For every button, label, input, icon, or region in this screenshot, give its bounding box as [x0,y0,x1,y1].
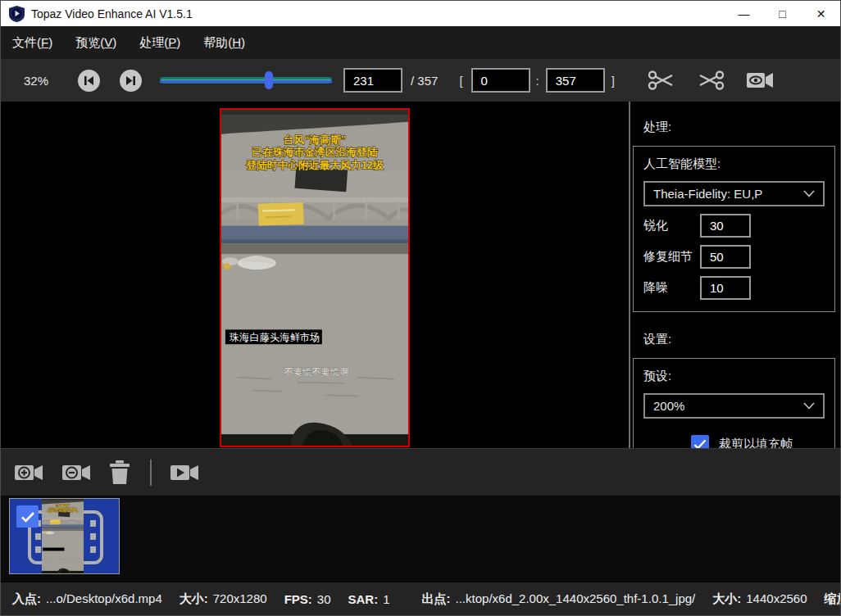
sharpen-row: 锐化 30 [643,214,825,238]
preset-group: 预设: 200% 裁剪以填充帧 [633,358,835,448]
trim-separator: : [536,74,539,88]
menu-help[interactable]: 帮助(H) [203,32,252,54]
trim-start-input[interactable]: 0 [471,68,530,93]
skip-to-end-icon [125,75,136,86]
window-title: Topaz Video Enhance AI V1.5.1 [31,7,193,20]
remove-clip-button[interactable] [61,462,91,483]
overlay-title-line2: 已在珠海市金湾区沿海登陆 [252,146,377,158]
process-header: 处理: [643,120,840,135]
checkmark-icon [20,511,35,523]
status-input-file: 入点: ...o/Desktop/x6d.mp4 [12,591,162,607]
ai-model-group: 人工智能模型: Theia-Fidelity: EU,P 锐化 30 修复细节 … [633,146,835,312]
minimize-button[interactable]: — [725,1,763,26]
trim-button[interactable] [697,68,725,93]
skip-to-start-icon [84,75,94,86]
ai-model-label: 人工智能模型: [643,156,825,172]
close-button[interactable]: ✕ [802,1,840,26]
ai-model-value: Theia-Fidelity: EU,P [653,187,762,201]
sharpen-input[interactable]: 30 [700,214,751,238]
clip-thumbnail-tile[interactable]: 台风“海高斯” 已在珠海市金湾区沿海登陆 登陆时中心附近最大风力12级 [9,498,120,574]
menu-file[interactable]: 文件(F) [12,32,59,54]
app-window: Topaz Video Enhance AI V1.5.1 — □ ✕ 文件(F… [0,0,841,616]
thumbnail-strip: 台风“海高斯” 已在珠海市金湾区沿海登陆 登陆时中心附近最大风力12级 [1,496,840,582]
current-frame-input[interactable]: 231 [343,68,402,93]
crop-to-fill-checkbox[interactable] [691,435,709,448]
camera-minus-icon [61,462,91,483]
slider-progress [160,80,332,83]
maximize-button[interactable]: □ [763,1,802,26]
denoise-row: 降噪 10 [643,276,825,300]
overlay-title-line1: 台风“海高斯” [284,134,347,146]
restore-detail-row: 修复细节 50 [643,245,825,269]
add-clip-button[interactable] [14,462,43,483]
status-bar: 入点: ...o/Desktop/x6d.mp4 大小: 720x1280 FP… [1,582,840,615]
window-controls: — □ ✕ [725,1,840,26]
camera-plus-icon [14,462,43,483]
clipbar-divider [150,460,152,486]
clip-selected-checkbox[interactable] [16,505,39,528]
preview-canvas: 台风“海高斯” 已在珠海市金湾区沿海登陆 登陆时中心附近最大风力12级 珠海白藤… [1,102,629,448]
preview-button[interactable] [746,70,774,90]
svg-text:登陆时中心附近最大风力12级: 登陆时中心附近最大风力12级 [47,510,78,513]
menu-preview[interactable]: 预览(V) [75,32,123,54]
trim-open-bracket: [ [459,74,462,88]
menu-process[interactable]: 处理(P) [139,32,187,54]
cut-button[interactable] [648,68,675,93]
total-frames-label: / 357 [411,74,438,88]
preset-value: 200% [653,399,684,413]
restore-detail-input[interactable]: 50 [700,245,751,269]
status-output-file: 出点: ...ktop/x6d_2.00x_1440x2560_thf-1.0.… [422,591,696,607]
process-clip-button[interactable] [170,462,199,483]
ai-model-select[interactable]: Theia-Fidelity: EU,P [643,181,825,206]
status-output-size: 大小: 1440x2560 [712,591,807,607]
crop-to-fill-row: 裁剪以填充帧 [643,435,825,448]
chevron-down-icon [803,402,815,410]
settings-panel: 处理: 人工智能模型: Theia-Fidelity: EU,P 锐化 30 修… [629,102,840,448]
crop-to-fill-label: 裁剪以填充帧 [719,437,793,449]
location-label: 珠海白藤头海鲜市场 [230,332,320,343]
settings-header: 设置: [643,332,840,347]
clip-toolbar [1,448,840,496]
video-scene: 台风“海高斯” 已在珠海市金湾区沿海登陆 登陆时中心附近最大风力12级 珠海白藤… [221,110,408,446]
app-logo-icon [9,6,25,22]
status-fps: FPS: 30 [284,592,331,606]
timeline-slider[interactable] [160,70,332,90]
preset-select[interactable]: 200% [643,393,825,419]
overlay-title-line3: 登陆时中心附近最大风力12级 [245,159,384,171]
scissors-mirrored-icon [697,68,725,93]
scissors-icon [648,68,675,93]
trash-icon [109,460,130,485]
caption-text: 不要慌不要慌啊 [284,367,348,377]
camera-play-icon [170,462,199,483]
slider-handle[interactable] [265,71,273,89]
title-bar: Topaz Video Enhance AI V1.5.1 — □ ✕ [1,1,840,26]
status-input-size: 大小: 720x1280 [180,591,267,607]
checkmark-icon [693,439,707,449]
chevron-down-icon [803,190,815,197]
playback-toolbar: 32% 231 / 357 [ 0 : 357 ] [1,59,840,102]
restore-detail-label: 修复细节 [643,249,700,265]
camera-eye-icon [746,70,774,90]
main-area: 台风“海高斯” 已在珠海市金湾区沿海登陆 登陆时中心附近最大风力12级 珠海白藤… [1,102,840,448]
trim-end-input[interactable]: 357 [546,68,605,93]
zoom-level-label: 32% [24,74,57,88]
delete-clip-button[interactable] [109,460,130,485]
sharpen-label: 锐化 [643,218,700,233]
skip-to-start-button[interactable] [78,70,100,92]
clip-thumbnail-image: 台风“海高斯” 已在珠海市金湾区沿海登陆 登陆时中心附近最大风力12级 [42,499,84,573]
menu-bar: 文件(F) 预览(V) 处理(P) 帮助(H) [1,26,840,59]
denoise-label: 降噪 [643,280,700,296]
preset-label: 预设: [643,369,825,384]
denoise-input[interactable]: 10 [700,276,751,300]
trim-close-bracket: ] [611,74,615,88]
status-sar: SAR: 1 [348,592,390,606]
skip-to-end-button[interactable] [120,70,142,92]
video-preview[interactable]: 台风“海高斯” 已在珠海市金湾区沿海登陆 登陆时中心附近最大风力12级 珠海白藤… [220,108,410,447]
status-scale: 缩放: 200% [825,591,841,607]
